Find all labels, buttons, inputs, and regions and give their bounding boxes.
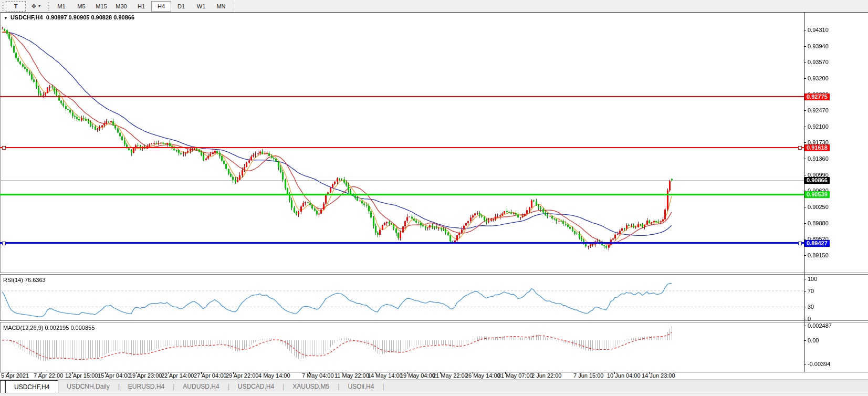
chart-tab-usdcnh[interactable]: USDCNH,Daily	[58, 380, 118, 393]
time-tick-label: 22 Apr 14:00	[161, 373, 194, 379]
trendline-0.89427[interactable]	[0, 242, 804, 244]
price-tick-mark	[804, 78, 806, 79]
timeframe-button-m15[interactable]: M15	[91, 1, 111, 12]
price-badge-0.91618: 0.91618	[804, 144, 830, 151]
price-tick-label: 0.92100	[808, 124, 829, 130]
time-tick-label: 12 Apr 15:00	[65, 373, 98, 379]
rsi-tick-mark	[804, 319, 806, 319]
chart-tab-usoil[interactable]: USOil,H4	[339, 380, 382, 393]
time-tick-label: 15 Apr 04:00	[98, 373, 130, 379]
chart-tab-usdcad[interactable]: USDCAD,H4	[229, 380, 283, 393]
time-tick-label: 19 Apr 23:00	[129, 373, 162, 379]
time-tick-label: 2 Jun 22:00	[531, 373, 562, 379]
time-tick-label: 14 May 14:00	[368, 373, 403, 379]
price-tick-mark	[804, 127, 806, 127]
timeframe-button-mn[interactable]: MN	[211, 1, 231, 12]
chart-title: ▼USDCHF,H4 0.90897 0.90905 0.90828 0.908…	[4, 14, 134, 20]
timeframe-button-d1[interactable]: D1	[171, 1, 191, 12]
time-tick-label: 10 Jun 04:00	[607, 373, 641, 379]
macd-tick-mark	[804, 326, 806, 326]
chart-tab-audusd[interactable]: AUDUSD,H4	[174, 380, 227, 393]
price-tick-mark	[804, 30, 806, 30]
price-tick-mark	[804, 175, 806, 175]
chart-tab-xauusd[interactable]: XAUUSD,M5	[284, 380, 338, 393]
timeframe-button-h4[interactable]: H4	[151, 1, 171, 12]
timeframe-button-h1[interactable]: H1	[131, 1, 151, 12]
macd-tick-label: 0.00	[808, 338, 819, 343]
macd-indicator-label: MACD(12,26,9) 0.002195 0.000855	[3, 325, 95, 331]
macd-panel-separator[interactable]	[0, 320, 868, 322]
terminal-window: T ❖ ▾ M1M5M15M30H1H4D1W1MN ▼USDCHF,H4 0.…	[0, 0, 868, 396]
time-tick-label: 21 May 22:00	[433, 373, 468, 379]
price-chart-canvas[interactable]	[0, 12, 804, 372]
macd-tick-label: 0.002487	[808, 323, 832, 329]
price-tick-label: 0.90250	[808, 204, 829, 210]
time-tick-label: 31 May 07:00	[498, 373, 533, 379]
time-tick-label: 14 Jun 23:00	[642, 373, 675, 379]
timeframe-button-m1[interactable]: M1	[51, 1, 71, 12]
text-tool-button[interactable]: T	[6, 1, 26, 12]
tab-separator: |	[382, 380, 384, 393]
chart-symbol: USDCHF,H4	[11, 14, 43, 20]
price-tick-label: 0.92470	[808, 108, 829, 113]
time-tick-label: 7 Jun 15:00	[573, 373, 604, 379]
rsi-panel-separator[interactable]	[0, 273, 868, 275]
timeframe-button-m5[interactable]: M5	[71, 1, 91, 12]
rsi-tick-label: 0	[808, 316, 811, 322]
price-badge-0.89427: 0.89427	[804, 240, 830, 247]
timeframe-button-w1[interactable]: W1	[191, 1, 211, 12]
toolbar-separator	[234, 2, 234, 11]
time-tick-label: 4 May 14:00	[258, 373, 290, 379]
toolbar-grip	[2, 2, 4, 11]
macd-tick-mark	[804, 340, 806, 341]
price-tick-mark	[804, 62, 806, 62]
price-tick-mark	[804, 255, 806, 256]
objects-list-button[interactable]: ❖ ▾	[26, 1, 46, 12]
collapse-triangle-icon[interactable]: ▼	[4, 16, 8, 20]
status-strip	[0, 393, 868, 396]
line-handle[interactable]	[2, 146, 6, 150]
rsi-tick-label: 30	[808, 304, 814, 310]
timeframe-button-m30[interactable]: M30	[111, 1, 131, 12]
time-tick-label: 7 Apr 22:00	[34, 373, 63, 379]
trendline-0.92775[interactable]	[0, 96, 804, 97]
line-handle[interactable]	[798, 242, 802, 245]
line-handle[interactable]	[2, 242, 6, 245]
price-tick-label: 0.89150	[808, 253, 829, 258]
rsi-tick-mark	[804, 291, 806, 291]
rsi-tick-mark	[804, 279, 806, 279]
chart-tab-bar: USDCHF,H4USDCNH,Daily|EURUSD,H4|AUDUSD,H…	[0, 379, 868, 393]
line-handle[interactable]	[798, 146, 802, 150]
time-tick-label: 11 May 22:00	[334, 373, 369, 379]
price-tick-label: 0.94310	[808, 27, 829, 33]
macd-tick-label: -0.00394	[808, 361, 830, 367]
time-tick-label: 27 Apr 04:00	[194, 373, 226, 379]
price-tick-mark	[804, 110, 806, 111]
chevron-down-icon: ▾	[38, 4, 40, 8]
price-tick-mark	[804, 207, 806, 207]
price-tick-mark	[804, 142, 806, 143]
toolbar: T ❖ ▾ M1M5M15M30H1H4D1W1MN	[0, 0, 868, 13]
time-tick-label: 19 May 04:00	[400, 373, 435, 379]
price-tick-label: 0.93570	[808, 59, 829, 65]
price-tick-label: 0.89880	[808, 221, 829, 226]
price-badge-0.92775: 0.92775	[804, 93, 830, 100]
rsi-tick-label: 100	[808, 276, 817, 282]
time-tick-label: 29 Apr 22:00	[226, 373, 258, 379]
time-tick-label: 26 May 14:00	[465, 373, 500, 379]
price-badge-0.90539: 0.90539	[804, 191, 830, 198]
chart-tab-usdchf[interactable]: USDCHF,H4	[5, 380, 58, 393]
time-tick-label: 7 May 04:00	[302, 373, 334, 379]
price-tick-mark	[804, 159, 806, 159]
trendline-0.90539[interactable]	[0, 194, 804, 195]
trendline-0.91618[interactable]	[0, 147, 804, 148]
price-tick-label: 0.93200	[808, 76, 829, 81]
toolbar-grip	[48, 2, 49, 11]
time-tick-label: 5 Apr 2021	[1, 373, 29, 379]
chart-tab-eurusd[interactable]: EURUSD,H4	[120, 380, 173, 393]
rsi-tick-mark	[804, 307, 806, 307]
current-price-badge: 0.90866	[804, 177, 830, 184]
tab-stub[interactable]	[0, 380, 5, 393]
chart-ohlc-values: 0.90897 0.90905 0.90828 0.90866	[46, 14, 134, 20]
macd-tick-mark	[804, 364, 806, 364]
